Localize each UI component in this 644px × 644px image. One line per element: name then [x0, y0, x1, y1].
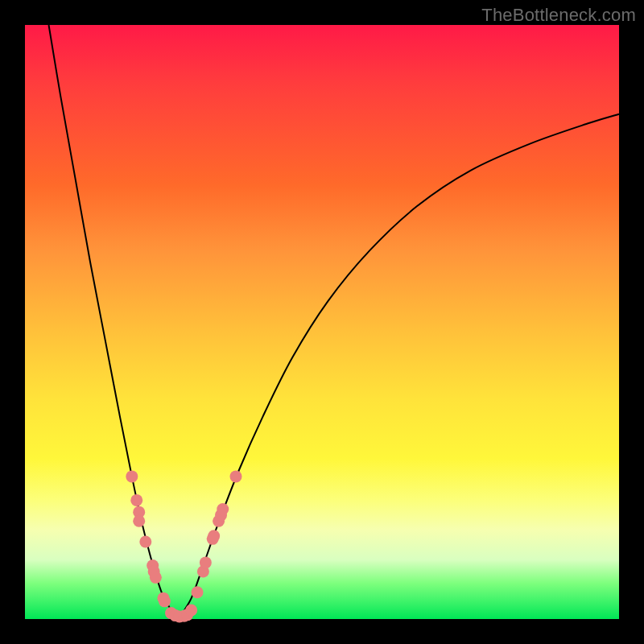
scatter-dot — [159, 595, 171, 607]
scatter-dot — [133, 515, 145, 527]
scatter-dot — [139, 536, 151, 548]
scatter-dot — [200, 556, 212, 568]
scatter-dot — [130, 494, 142, 506]
scatter-dots — [126, 470, 242, 622]
scatter-dot — [150, 572, 162, 584]
scatter-dot — [185, 604, 197, 616]
chart-overlay — [25, 25, 619, 619]
scatter-dot — [126, 470, 138, 482]
chart-frame: TheBottleneck.com — [0, 0, 644, 644]
scatter-dot — [229, 470, 242, 482]
scatter-dot — [217, 503, 229, 515]
scatter-dot — [208, 530, 220, 542]
curve-left-branch — [49, 25, 180, 617]
curve-right-branch — [180, 114, 619, 617]
scatter-dot — [192, 586, 204, 598]
watermark-text: TheBottleneck.com — [481, 5, 636, 26]
